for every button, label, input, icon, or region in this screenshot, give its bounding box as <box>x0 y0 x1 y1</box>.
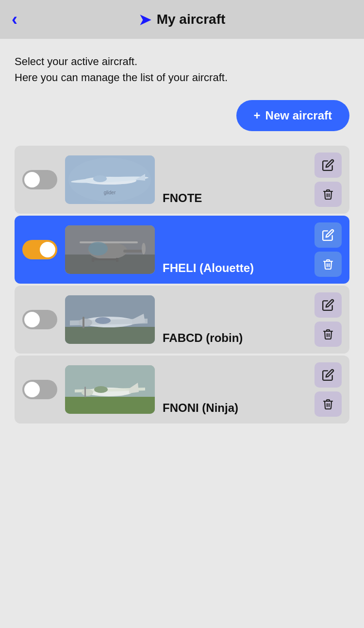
header-title: ➤ My aircraft <box>139 11 226 28</box>
description-line1: Select your active aircraft. <box>15 53 349 69</box>
aircraft-list: glider FNOTE <box>15 146 349 424</box>
svg-point-33 <box>82 389 93 396</box>
aircraft-actions-fheli <box>314 222 342 277</box>
aircraft-image-fheli <box>65 225 155 274</box>
aircraft-image-fabcd <box>65 295 155 344</box>
svg-text:glider: glider <box>104 190 116 195</box>
description-text: Select your active aircraft. Here you ca… <box>15 53 349 85</box>
aircraft-name-fnoni: FNONI (Ninja) <box>163 401 307 415</box>
svg-point-24 <box>79 319 92 326</box>
svg-rect-34 <box>84 387 86 397</box>
svg-rect-29 <box>65 397 155 414</box>
toggle-fheli[interactable] <box>22 240 57 259</box>
header: ‹ ➤ My aircraft <box>0 0 364 39</box>
svg-point-27 <box>95 317 111 324</box>
aircraft-actions-fabcd <box>314 292 342 347</box>
aircraft-name-fabcd: FABCD (robin) <box>163 331 307 345</box>
new-aircraft-label: New aircraft <box>265 109 332 122</box>
aircraft-info-fheli: FHELI (Alouette) <box>163 261 307 277</box>
delete-button-fabcd[interactable] <box>314 322 342 347</box>
svg-point-15 <box>88 242 108 255</box>
new-aircraft-button[interactable]: + New aircraft <box>236 100 349 131</box>
svg-point-36 <box>94 386 108 393</box>
aircraft-name-fheli: FHELI (Alouette) <box>163 261 307 275</box>
edit-button-fnote[interactable] <box>314 153 342 178</box>
delete-button-fnoni[interactable] <box>314 391 342 417</box>
svg-rect-17 <box>92 258 94 262</box>
aircraft-item-fheli[interactable]: FHELI (Alouette) <box>15 216 349 284</box>
aircraft-item-fnote[interactable]: glider FNOTE <box>15 146 349 214</box>
toggle-fnoni[interactable] <box>22 380 57 399</box>
aircraft-info-fabcd: FABCD (robin) <box>163 331 307 347</box>
aircraft-actions-fnoni <box>314 362 342 417</box>
aircraft-item-fabcd[interactable]: FABCD (robin) <box>15 286 349 354</box>
svg-rect-18 <box>116 258 118 262</box>
svg-rect-25 <box>83 317 84 328</box>
aircraft-image-fnote: glider <box>65 155 155 204</box>
toggle-fabcd[interactable] <box>22 310 57 329</box>
toggle-fnote[interactable] <box>22 170 57 189</box>
plus-icon: + <box>254 109 261 122</box>
edit-button-fheli[interactable] <box>314 222 342 248</box>
aircraft-actions-fnote <box>314 153 342 207</box>
body-content: Select your active aircraft. Here you ca… <box>0 39 364 424</box>
aircraft-image-fnoni <box>65 365 155 414</box>
back-button[interactable]: ‹ <box>12 9 17 30</box>
svg-rect-16 <box>92 258 118 260</box>
aircraft-item-fnoni[interactable]: FNONI (Ninja) <box>15 356 349 424</box>
description-line2: Here you can manage the list of your air… <box>15 69 349 85</box>
svg-rect-21 <box>65 327 155 344</box>
plane-icon: ➤ <box>139 11 151 28</box>
edit-button-fnoni[interactable] <box>314 362 342 388</box>
svg-point-6 <box>93 175 107 182</box>
aircraft-info-fnote: FNOTE <box>163 191 307 207</box>
edit-button-fabcd[interactable] <box>314 292 342 318</box>
svg-point-13 <box>142 243 146 255</box>
delete-button-fheli[interactable] <box>314 252 342 277</box>
aircraft-info-fnoni: FNONI (Ninja) <box>163 401 307 417</box>
aircraft-name-fnote: FNOTE <box>163 191 307 205</box>
page-title: My aircraft <box>157 12 226 27</box>
svg-rect-14 <box>80 241 138 243</box>
delete-button-fnote[interactable] <box>314 182 342 207</box>
